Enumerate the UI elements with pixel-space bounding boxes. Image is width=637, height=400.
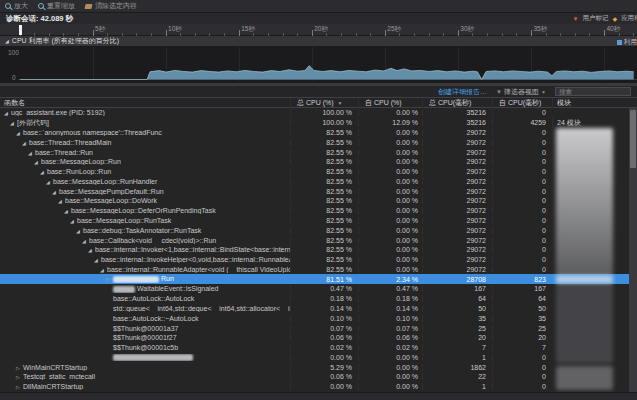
tree-row[interactable]: $$Thunk@00001f270.06 %0.06 %2020 — [0, 333, 637, 343]
total-cpu-ms-cell: 29072 — [422, 246, 492, 253]
function-name-text: base::MessageLoop::Run — [41, 158, 121, 165]
column-header-function-name[interactable]: 函数名 — [0, 98, 290, 108]
expander-closed-icon[interactable]: ▷ — [16, 365, 23, 371]
tree-row[interactable]: ◢base::MessageLoop::Run82.55 %0.00 %2907… — [0, 157, 637, 167]
total-cpu-pct-cell: 82.55 % — [290, 178, 358, 185]
tree-row[interactable]: ▷Testcqt_static_mctecall0.06 %0.00 %220 — [0, 372, 637, 382]
cpu-utilization-chart[interactable]: 1000 — [0, 47, 637, 83]
total-cpu-pct-cell: 0.14 % — [290, 305, 358, 312]
column-header-module[interactable]: 模块 — [552, 98, 629, 108]
function-name-text: base::MessageLoop::RunHandler — [53, 178, 157, 185]
tree-row[interactable]: ◢base::`anonymous namespace'::ThreadFunc… — [0, 128, 637, 138]
function-name-cell — [0, 354, 290, 362]
expander-open-icon[interactable]: ◢ — [70, 218, 77, 224]
expander-open-icon[interactable]: ◢ — [46, 179, 53, 185]
function-name-cell: WaitableEvent::IsSignaled — [0, 285, 290, 293]
function-name-text: base::`anonymous namespace'::ThreadFunc — [23, 129, 162, 136]
expander-closed-icon[interactable]: ▷ — [16, 384, 23, 390]
ruler-ticks-svg: 5秒10秒15秒20秒25秒30秒35秒40秒 — [0, 24, 637, 36]
timeline-ruler[interactable]: 5秒10秒15秒20秒25秒30秒35秒40秒 — [0, 24, 637, 36]
tree-row[interactable]: base::AutoLock::AutoLock0.18 %0.18 %6464 — [0, 294, 637, 304]
expander-open-icon[interactable]: ◢ — [22, 140, 29, 146]
self-cpu-pct-cell: 0.00 % — [358, 139, 422, 146]
funnel-icon: ▼ — [496, 89, 502, 95]
expander-open-icon[interactable]: ◢ — [52, 189, 59, 195]
tree-row[interactable]: base::AutoLock::~AutoLock0.10 %0.10 %353… — [0, 313, 637, 323]
function-name-text: base::AutoLock::AutoLock — [113, 295, 194, 302]
expander-closed-icon[interactable]: ▷ — [16, 374, 23, 380]
total-cpu-ms-cell: 7 — [422, 344, 492, 351]
function-name-text: Testcqt_static_mctecall — [23, 373, 95, 380]
expander-open-icon[interactable]: ◢ — [58, 198, 65, 204]
tree-row-selected[interactable]: ▷Run81.51 %2.34 %28708823 — [0, 274, 637, 284]
tree-row[interactable]: 0.00 %0.00 %10 — [0, 353, 637, 363]
cpu-chart-header[interactable]: ◢ CPU 利用率 (所有处理器的百分比) 利用率 — [0, 36, 637, 47]
tree-row[interactable]: ◢base::MessageLoop::RunTask82.55 %0.00 %… — [0, 216, 637, 226]
function-name-text: Run — [161, 275, 174, 282]
function-name-text: base::MessageLoop::DoWork — [65, 197, 157, 204]
expander-closed-icon[interactable]: ▷ — [106, 276, 113, 282]
tree-row[interactable]: ◢base::Thread::ThreadMain82.55 %0.00 %29… — [0, 137, 637, 147]
tree-row[interactable]: ◢base::internal::RunnableAdapter<void (_… — [0, 265, 637, 275]
expander-open-icon[interactable]: ◢ — [82, 238, 89, 244]
self-cpu-ms-cell: 0 — [492, 354, 552, 361]
total-cpu-pct-cell: 82.55 % — [290, 188, 358, 195]
expander-open-icon[interactable]: ◢ — [34, 159, 41, 165]
expander-open-icon[interactable]: ◢ — [76, 228, 83, 234]
create-detailed-report-link[interactable]: 创建详细报告… — [438, 87, 487, 97]
vertical-scrollbar[interactable] — [629, 108, 637, 392]
session-start-marker[interactable] — [19, 25, 22, 35]
self-cpu-pct-cell: 0.00 % — [358, 168, 422, 175]
tree-row[interactable]: ▷WinMainCRTStartup5.29 %0.00 %18620 — [0, 362, 637, 372]
tree-row[interactable]: ◢base::internal::InvokeHelper<0,void,bas… — [0, 255, 637, 265]
collapse-arrow-icon[interactable]: ◢ — [5, 38, 9, 44]
self-cpu-ms-cell: 0 — [492, 129, 552, 136]
tree-row[interactable]: ◢base::Thread::Run82.55 %0.00 %290720 — [0, 147, 637, 157]
self-cpu-ms-cell: 0 — [492, 237, 552, 244]
function-name-cell: $$Thunk@00001c5b — [0, 344, 290, 351]
tree-row[interactable]: ◢[外部代码]100.00 %12.09 %35216425924 模块 — [0, 118, 637, 128]
total-cpu-pct-cell: 82.55 % — [290, 256, 358, 263]
column-header-self-cpu-pct[interactable]: 自 CPU (%) — [358, 98, 422, 108]
tree-row[interactable]: ◢ugc_assistant.exe (PID: 5192)100.00 %0.… — [0, 108, 637, 118]
tree-row[interactable]: $$Thunk@00001c5b0.02 %0.02 %77 — [0, 343, 637, 353]
tree-row[interactable]: $$Thunk@00001a370.07 %0.07 %2525 — [0, 323, 637, 333]
expander-open-icon[interactable]: ◢ — [64, 208, 71, 214]
expander-open-icon[interactable]: ◢ — [10, 120, 17, 126]
tree-row[interactable]: ▷DllMainCRTStartup0.00 %0.00 %10 — [0, 382, 637, 392]
filter-bar: 创建详细报告… ▼ 筛选器视图 ▼ — [0, 86, 637, 97]
tree-row[interactable]: ◢base::debug::TaskAnnotator::RunTask82.5… — [0, 225, 637, 235]
expander-open-icon[interactable]: ◢ — [16, 130, 23, 136]
total-cpu-ms-cell: 29072 — [422, 168, 492, 175]
expander-open-icon[interactable]: ◢ — [94, 257, 101, 263]
expander-open-icon[interactable]: ◢ — [88, 247, 95, 253]
tree-row[interactable]: ◢base::internal::Invoker<1,base::interna… — [0, 245, 637, 255]
tree-row[interactable]: ◢base::Callback<void __cdecl(void)>::Run… — [0, 235, 637, 245]
function-name-text: base::MessageLoop::DeferOrRunPendingTask — [71, 207, 216, 214]
tree-row[interactable]: ◢base::MessageLoop::RunHandler82.55 %0.0… — [0, 176, 637, 186]
expander-open-icon[interactable]: ◢ — [28, 150, 35, 156]
tree-row[interactable]: ◢base::MessageLoop::DoWork82.55 %0.00 %2… — [0, 196, 637, 206]
column-header-total-cpu-pct[interactable]: 总 CPU (%) ▼ — [290, 98, 358, 108]
total-cpu-ms-cell: 29072 — [422, 237, 492, 244]
clear-selection-button[interactable]: 清除选定内容 — [85, 1, 137, 11]
column-header-self-cpu-ms[interactable]: 自 CPU(毫秒) — [492, 98, 552, 108]
expander-open-icon[interactable]: ◢ — [100, 267, 107, 273]
tree-row[interactable]: std::queue<__int64,std::deque<__int64,st… — [0, 304, 637, 314]
expander-open-icon[interactable]: ◢ — [4, 110, 11, 116]
expander-open-icon[interactable]: ◢ — [40, 169, 47, 175]
self-cpu-pct-cell: 0.47 % — [358, 285, 422, 292]
reset-zoom-button[interactable]: 重置缩放 — [38, 1, 75, 11]
total-cpu-ms-cell: 29072 — [422, 227, 492, 234]
tree-row[interactable]: WaitableEvent::IsSignaled0.47 %0.47 %167… — [0, 284, 637, 294]
filter-view-dropdown[interactable]: ▼ 筛选器视图 ▼ — [496, 87, 546, 97]
tree-row[interactable]: ◢base::RunLoop::Run82.55 %0.00 %290720 — [0, 167, 637, 177]
zoom-in-button[interactable]: 放大 — [5, 1, 28, 11]
scrollbar-thumb[interactable] — [630, 110, 636, 168]
search-input[interactable] — [555, 87, 631, 96]
tree-row[interactable]: ◢base::MessageLoop::DeferOrRunPendingTas… — [0, 206, 637, 216]
total-cpu-pct-cell: 82.55 % — [290, 129, 358, 136]
tree-row[interactable]: ◢base::MessagePumpDefault::Run82.55 %0.0… — [0, 186, 637, 196]
column-header-total-cpu-ms[interactable]: 总 CPU(毫秒) — [422, 98, 492, 108]
total-cpu-pct-cell: 82.55 % — [290, 207, 358, 214]
